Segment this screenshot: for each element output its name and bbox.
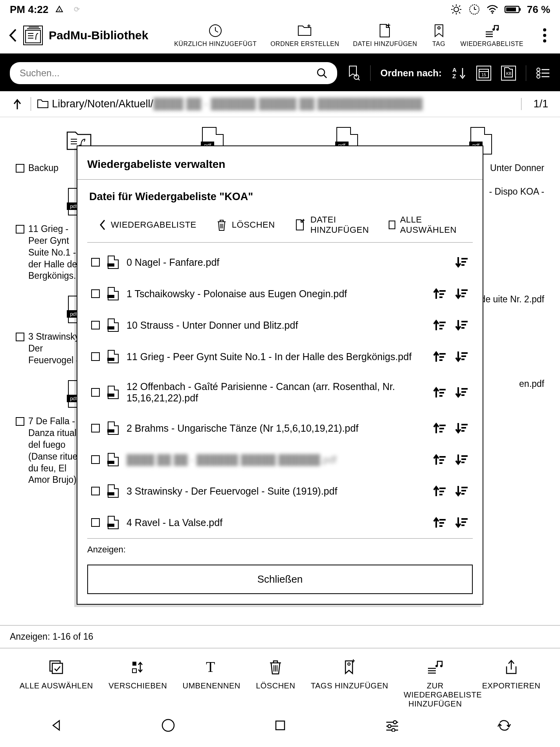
move-down-button[interactable] — [455, 318, 469, 332]
move-up-button[interactable] — [433, 484, 447, 498]
svg-line-37 — [324, 75, 327, 78]
recent-button[interactable]: KÜRZLICH HINZUGEFÜGT — [174, 23, 257, 48]
checkbox[interactable] — [16, 333, 24, 341]
playlist-back-button[interactable]: WIEDERGABELISTE — [99, 219, 206, 231]
breadcrumb-path[interactable]: Library/Noten/Aktuell/ — [52, 98, 153, 110]
add-tags-button[interactable]: TAGS HINZUFÜGEN — [311, 659, 388, 708]
checkbox[interactable] — [91, 258, 100, 267]
svg-point-47 — [537, 68, 540, 71]
brightness-icon — [450, 3, 463, 16]
nav-home-button[interactable] — [160, 718, 176, 733]
search-input[interactable] — [20, 68, 316, 79]
playlist-item-name[interactable]: ████ ██ ██ - ██████ █████ ██████.pdf — [127, 454, 425, 465]
move-up-button[interactable] — [433, 515, 447, 530]
select-all-button[interactable]: ALLE AUSWÄHLEN — [379, 215, 468, 235]
svg-point-153 — [388, 725, 391, 728]
playlist-item: 12 Offenbach - Gaîté Parisienne - Cancan… — [87, 372, 473, 412]
select-all-button[interactable]: ALLE AUSWÄHLEN — [20, 659, 93, 708]
select-all-icon — [48, 659, 65, 676]
playlist-item-name[interactable]: 3 Strawinsky - Der Feuervogel - Suite (1… — [127, 486, 425, 497]
trash-icon — [216, 219, 227, 231]
trash-icon — [267, 659, 284, 676]
svg-line-8 — [452, 12, 454, 13]
breadcrumb-blurred: ████ ██ - ██████ █████ ██ ██████████████ — [153, 98, 422, 110]
playlist-item: 11 Grieg - Peer Gynt Suite No.1 - In der… — [87, 341, 473, 372]
nav-settings-button[interactable] — [384, 718, 400, 733]
move-down-button[interactable] — [455, 515, 469, 530]
back-button[interactable] — [8, 28, 17, 43]
add-file-button[interactable]: DATEI HINZUFÜGEN — [353, 23, 417, 48]
checkbox[interactable] — [91, 352, 100, 361]
checkbox[interactable] — [91, 388, 100, 397]
create-folder-button[interactable]: ORDNER ERSTELLEN — [270, 23, 339, 48]
move-down-button[interactable] — [455, 350, 469, 364]
svg-point-49 — [537, 72, 540, 75]
checkbox[interactable] — [91, 518, 100, 527]
file-pdf-icon — [108, 386, 119, 399]
playlist-item-name[interactable]: 11 Grieg - Peer Gynt Suite No.1 - In der… — [127, 351, 425, 362]
checkbox[interactable] — [16, 164, 24, 173]
tag-button[interactable]: TAG — [431, 23, 447, 48]
nav-refresh-button[interactable] — [496, 718, 512, 733]
playlist-item-name[interactable]: 4 Ravel - La Valse.pdf — [127, 517, 425, 528]
move-up-button[interactable] — [433, 421, 447, 435]
playlist-item-name[interactable]: 12 Offenbach - Gaîté Parisienne - Cancan… — [127, 381, 425, 404]
nav-recent-button[interactable] — [272, 718, 288, 733]
search-input-wrap[interactable] — [10, 62, 337, 84]
close-button[interactable]: Schließen — [87, 565, 473, 594]
checkbox[interactable] — [91, 321, 100, 329]
checkbox[interactable] — [91, 289, 100, 298]
sort-az-icon[interactable]: AZ — [452, 66, 466, 80]
move-down-button[interactable] — [455, 484, 469, 498]
checkbox[interactable] — [16, 225, 24, 234]
svg-rect-149 — [276, 721, 285, 730]
more-menu-button[interactable] — [537, 28, 552, 42]
checkbox[interactable] — [16, 417, 24, 426]
move-down-button[interactable] — [455, 453, 469, 467]
move-up-button[interactable] — [433, 287, 447, 301]
svg-rect-15 — [506, 7, 516, 11]
playlist-item: 0 Nagel - Fanfare.pdf — [87, 247, 473, 278]
svg-text:Z: Z — [452, 73, 456, 79]
checkbox[interactable] — [91, 424, 100, 432]
playlist-item-name[interactable]: 10 Strauss - Unter Donner und Blitz.pdf — [127, 320, 425, 331]
export-icon — [503, 659, 520, 676]
move-up-button[interactable] — [433, 453, 447, 467]
playlist-item-name[interactable]: 0 Nagel - Fanfare.pdf — [127, 257, 447, 268]
search-icon[interactable] — [316, 68, 327, 79]
move-down-button[interactable] — [455, 385, 469, 399]
move-up-button[interactable] — [433, 318, 447, 332]
checkbox[interactable] — [91, 455, 100, 464]
nav-back-button[interactable] — [48, 718, 64, 733]
playlist-item: 10 Strauss - Unter Donner und Blitz.pdf — [87, 309, 473, 341]
svg-rect-16 — [520, 8, 521, 11]
move-up-button[interactable] — [433, 350, 447, 364]
move-up-button[interactable] — [433, 385, 447, 399]
playlist-button[interactable]: WIEDERGABELISTE — [461, 23, 523, 48]
status-time: PM 4:22 — [10, 4, 48, 16]
delete-button[interactable]: LÖSCHEN — [206, 219, 285, 231]
search-bar: Ordnen nach: AZ 15 KB — [0, 55, 560, 91]
move-down-button[interactable] — [455, 287, 469, 301]
svg-point-35 — [496, 28, 499, 31]
move-down-button[interactable] — [455, 421, 469, 435]
move-down-button[interactable] — [455, 255, 469, 269]
svg-text:15: 15 — [481, 72, 486, 77]
checkbox[interactable] — [91, 487, 100, 495]
to-playlist-button[interactable]: ZUR WIEDERGABELISTE HINZUFÜGEN — [404, 659, 466, 708]
playlist-item-name[interactable]: 2 Brahms - Ungarische Tänze (Nr 1,5,6,10… — [127, 423, 425, 434]
file-pdf-icon — [108, 484, 119, 498]
rename-button[interactable]: T UMBENENNEN — [183, 659, 241, 708]
move-button[interactable]: VERSCHIEBEN — [108, 659, 167, 708]
modal-toolbar: WIEDERGABELISTE LÖSCHEN DATEI HINZUFÜGEN… — [87, 211, 473, 243]
view-options-icon[interactable] — [536, 67, 550, 79]
export-button[interactable]: EXPORTIEREN — [482, 659, 541, 708]
wifi-icon — [486, 3, 499, 16]
breadcrumb-up-button[interactable] — [12, 98, 23, 110]
sort-date-icon[interactable]: 15 — [476, 66, 491, 81]
sort-size-icon[interactable]: KB — [501, 66, 516, 81]
add-file-button[interactable]: DATEI HINZUFÜGEN — [285, 215, 379, 235]
playlist-item-name[interactable]: 1 Tschaikowsky - Polonaise aus Eugen One… — [127, 288, 425, 300]
tag-search-icon[interactable] — [347, 65, 360, 81]
delete-button[interactable]: LÖSCHEN — [256, 659, 295, 708]
